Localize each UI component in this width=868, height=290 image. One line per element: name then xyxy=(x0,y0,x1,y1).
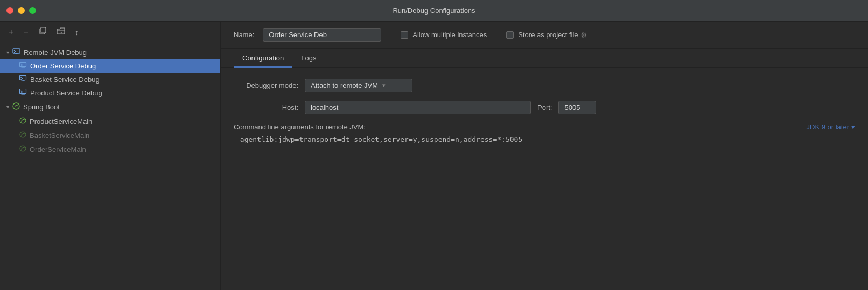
remote-jvm-item-icon xyxy=(19,62,27,70)
content-header: Name: Allow multiple instances Store as … xyxy=(221,22,868,49)
sidebar: + − ⇥ ↕ ▾ xyxy=(0,22,221,290)
port-label: Port: xyxy=(537,103,552,112)
name-input[interactable] xyxy=(263,28,381,42)
store-as-project-group: Store as project file ⚙ xyxy=(506,31,587,39)
remote-jvm-icon xyxy=(12,48,20,57)
tree-group-header-spring-boot[interactable]: ▾ Spring Boot xyxy=(0,100,220,114)
tree-item-product-service-debug[interactable]: Product Service Debug xyxy=(0,86,220,100)
svg-text:⇥: ⇥ xyxy=(59,31,62,34)
spring-boot-item-icon-1 xyxy=(19,117,26,126)
copy-configuration-button[interactable] xyxy=(36,26,49,38)
window-controls xyxy=(6,7,36,14)
add-configuration-button[interactable]: + xyxy=(6,27,16,38)
remove-configuration-button[interactable]: − xyxy=(21,27,30,38)
tree-item-label-product-service-main: ProductServiceMain xyxy=(30,118,92,126)
host-label: Host: xyxy=(234,103,298,112)
remote-jvm-item-icon-2 xyxy=(19,75,27,84)
cmd-value-text: -agentlib:jdwp=transport=dt_socket,serve… xyxy=(234,135,524,143)
tab-configuration[interactable]: Configuration xyxy=(234,49,292,68)
debugger-mode-label: Debugger mode: xyxy=(234,81,298,89)
tree-item-basket-service-main[interactable]: BasketServiceMain xyxy=(0,128,220,142)
store-as-project-wrapper[interactable]: Store as project file xyxy=(506,31,578,39)
svg-rect-1 xyxy=(41,27,46,33)
cmd-label: Command line arguments for remote JVM: xyxy=(234,123,800,131)
remote-jvm-item-icon-3 xyxy=(19,89,27,97)
window-title: Run/Debug Configurations xyxy=(393,6,475,15)
cmd-value-row: -agentlib:jdwp=transport=dt_socket,serve… xyxy=(234,135,855,143)
tree-item-label-product-service-debug: Product Service Debug xyxy=(30,89,102,97)
main-layout: + − ⇥ ↕ ▾ xyxy=(0,22,868,290)
tree-item-basket-service-debug[interactable]: Basket Service Debug xyxy=(0,73,220,86)
debugger-mode-select[interactable]: Attach to remote JVM ▾ xyxy=(305,79,412,92)
gear-icon[interactable]: ⚙ xyxy=(580,31,587,39)
store-as-project-label: Store as project file xyxy=(518,31,578,39)
content-panel: Name: Allow multiple instances Store as … xyxy=(221,22,868,290)
titlebar: Run/Debug Configurations xyxy=(0,0,868,22)
tree-item-order-service-debug[interactable]: Order Service Debug xyxy=(0,59,220,73)
svg-rect-6 xyxy=(20,63,26,67)
tree-group-spring-boot: ▾ Spring Boot xyxy=(0,100,220,156)
tree-item-label-basket-service-debug: Basket Service Debug xyxy=(30,75,100,84)
debugger-mode-value: Attach to remote JVM xyxy=(311,81,378,89)
select-arrow-icon: ▾ xyxy=(382,82,386,89)
tree-group-header-remote-jvm[interactable]: ▾ Remote JVM Debug xyxy=(0,45,220,59)
svg-rect-9 xyxy=(20,76,26,80)
allow-multiple-group: Allow multiple instances xyxy=(401,31,487,39)
sidebar-toolbar: + − ⇥ ↕ xyxy=(0,22,220,43)
svg-rect-12 xyxy=(20,89,26,94)
tree-item-label-order-service-main: OrderServiceMain xyxy=(30,146,86,154)
tree-group-remote-jvm: ▾ Remote JVM Debug xyxy=(0,45,220,100)
tree-item-product-service-main[interactable]: ProductServiceMain xyxy=(0,114,220,128)
jdk-chevron-icon: ▾ xyxy=(851,123,855,131)
sidebar-content: ▾ Remote JVM Debug xyxy=(0,43,220,290)
chevron-icon-2: ▾ xyxy=(6,104,9,110)
cmd-label-row: Command line arguments for remote JVM: J… xyxy=(234,123,855,131)
tree-item-label-order-service-debug: Order Service Debug xyxy=(30,62,96,70)
spring-boot-icon xyxy=(12,102,20,112)
host-input[interactable] xyxy=(305,101,531,114)
svg-point-15 xyxy=(13,103,19,109)
store-as-project-checkbox[interactable] xyxy=(506,31,514,39)
spring-boot-item-icon-2 xyxy=(19,131,26,140)
allow-multiple-checkbox[interactable] xyxy=(401,31,408,39)
chevron-icon: ▾ xyxy=(6,50,9,56)
form-content: Debugger mode: Attach to remote JVM ▾ Ho… xyxy=(221,68,868,290)
allow-multiple-wrapper[interactable]: Allow multiple instances xyxy=(401,31,487,39)
tree-group-label-remote-jvm: Remote JVM Debug xyxy=(24,49,87,57)
svg-point-18 xyxy=(20,146,26,151)
allow-multiple-label: Allow multiple instances xyxy=(412,31,487,39)
jdk-version-label: JDK 9 or later xyxy=(807,123,849,131)
tree-item-order-service-main[interactable]: OrderServiceMain xyxy=(0,142,220,156)
name-label: Name: xyxy=(234,31,254,39)
host-port-row: Host: Port: xyxy=(234,101,855,114)
sort-button[interactable]: ↕ xyxy=(73,27,81,38)
tree-group-label-spring-boot: Spring Boot xyxy=(23,103,60,111)
close-button[interactable] xyxy=(6,7,13,14)
debugger-mode-row: Debugger mode: Attach to remote JVM ▾ xyxy=(234,79,855,92)
port-input[interactable] xyxy=(558,101,596,114)
tree-item-label-basket-service-main: BasketServiceMain xyxy=(30,132,89,140)
spring-boot-item-icon-3 xyxy=(19,145,26,154)
folder-button[interactable]: ⇥ xyxy=(54,26,67,38)
tab-logs[interactable]: Logs xyxy=(292,49,325,68)
svg-point-16 xyxy=(20,118,26,123)
jdk-version-link[interactable]: JDK 9 or later ▾ xyxy=(807,123,855,131)
minimize-button[interactable] xyxy=(18,7,25,14)
svg-point-17 xyxy=(20,132,26,137)
maximize-button[interactable] xyxy=(29,7,36,14)
tabs-bar: Configuration Logs xyxy=(221,49,868,68)
